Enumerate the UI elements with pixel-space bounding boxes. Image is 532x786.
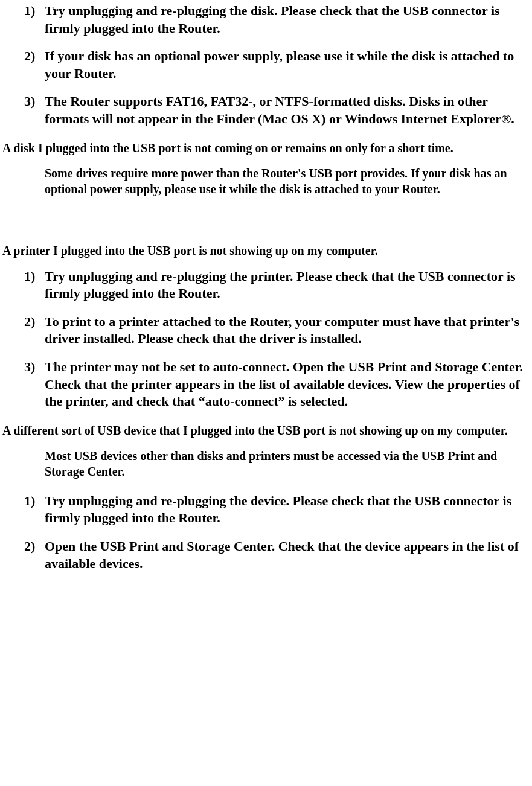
list-text: If your disk has an optional power suppl… — [45, 48, 527, 82]
list-text: Try unplugging and re-plugging the devic… — [45, 493, 527, 527]
list-text: To print to a printer attached to the Ro… — [45, 313, 527, 348]
list-item: 2) Open the USB Print and Storage Center… — [2, 538, 527, 572]
disk-power-paragraph: Some drives require more power than the … — [2, 165, 527, 197]
disk-troubleshoot-list: 1) Try unplugging and re-plugging the di… — [2, 2, 527, 128]
list-number: 1) — [24, 2, 45, 37]
list-number: 3) — [24, 93, 45, 127]
other-device-troubleshoot-list: 1) Try unplugging and re-plugging the de… — [2, 493, 527, 572]
other-device-paragraph: Most USB devices other than disks and pr… — [2, 448, 527, 479]
list-text: Try unplugging and re-plugging the disk.… — [45, 2, 527, 37]
list-item: 1) Try unplugging and re-plugging the di… — [2, 2, 527, 37]
list-number: 3) — [24, 359, 45, 411]
list-number: 2) — [24, 48, 45, 82]
list-number: 1) — [24, 493, 45, 527]
list-number: 2) — [24, 313, 45, 348]
list-text: Open the USB Print and Storage Center. C… — [45, 538, 527, 572]
list-number: 2) — [24, 538, 45, 572]
printer-troubleshoot-list: 1) Try unplugging and re-plugging the pr… — [2, 268, 527, 411]
list-item: 1) Try unplugging and re-plugging the de… — [2, 493, 527, 527]
disk-power-heading: A disk I plugged into the USB port is no… — [2, 140, 527, 156]
printer-heading: A printer I plugged into the USB port is… — [2, 243, 527, 258]
other-device-heading: A different sort of USB device that I pl… — [2, 423, 527, 438]
list-text: The printer may not be set to auto-conne… — [45, 359, 527, 411]
list-item: 3) The Router supports FAT16, FAT32-, or… — [2, 93, 527, 127]
list-number: 1) — [24, 268, 45, 302]
spacer — [2, 210, 527, 232]
list-text: Try unplugging and re-plugging the print… — [45, 268, 527, 302]
list-item: 2) To print to a printer attached to the… — [2, 313, 527, 348]
list-item: 2) If your disk has an optional power su… — [2, 48, 527, 82]
list-item: 1) Try unplugging and re-plugging the pr… — [2, 268, 527, 302]
list-item: 3) The printer may not be set to auto-co… — [2, 359, 527, 411]
list-text: The Router supports FAT16, FAT32-, or NT… — [45, 93, 527, 127]
